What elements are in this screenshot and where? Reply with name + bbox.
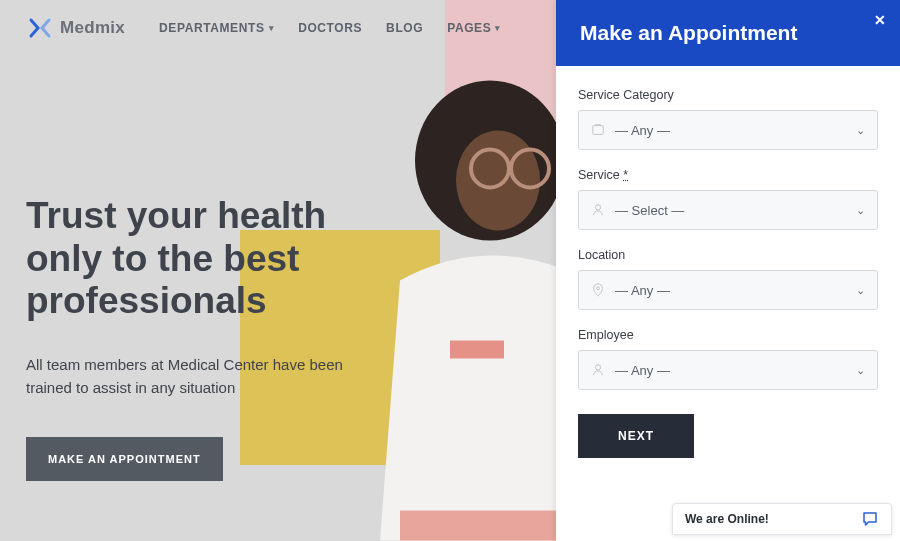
field-location: Location — Any — ⌄ [578,248,878,310]
chevron-down-icon: ⌄ [856,124,865,137]
next-button[interactable]: NEXT [578,414,694,458]
nav-label: DOCTORS [298,21,362,35]
person-icon [591,203,605,217]
employee-select[interactable]: — Any — ⌄ [578,350,878,390]
service-category-select[interactable]: — Any — ⌄ [578,110,878,150]
panel-title: Make an Appointment [580,21,797,45]
svg-point-1 [456,131,540,231]
field-label: Service * [578,168,878,182]
select-value: — Any — [615,363,670,378]
top-nav: Medmix DEPARTAMENTS ▾ DOCTORS BLOG PAGES… [0,0,560,56]
chevron-down-icon: ⌄ [856,364,865,377]
chevron-down-icon: ▾ [269,23,275,33]
field-label: Location [578,248,878,262]
svg-rect-5 [593,126,604,135]
chevron-down-icon: ⌄ [856,284,865,297]
select-value: — Any — [615,123,670,138]
select-value: — Any — [615,283,670,298]
chevron-down-icon: ⌄ [856,204,865,217]
make-appointment-button[interactable]: MAKE AN APPOINTMENT [26,437,223,481]
logo-icon [28,16,52,40]
hero-headline: Trust your health only to the best profe… [26,195,406,323]
location-select[interactable]: — Any — ⌄ [578,270,878,310]
brand-logo[interactable]: Medmix [28,16,125,40]
field-label: Service Category [578,88,878,102]
nav-item-blog[interactable]: BLOG [386,21,423,35]
location-pin-icon [591,283,605,297]
field-service-category: Service Category — Any — ⌄ [578,88,878,150]
category-icon [591,123,605,137]
nav-item-pages[interactable]: PAGES ▾ [447,21,501,35]
panel-header: Make an Appointment [556,0,900,66]
svg-rect-4 [450,341,504,359]
chevron-down-icon: ▾ [495,23,501,33]
panel-body: Service Category — Any — ⌄ Service * — S… [556,66,900,480]
hero-copy: Trust your health only to the best profe… [26,195,406,481]
nav-item-departments[interactable]: DEPARTAMENTS ▾ [159,21,274,35]
nav-label: BLOG [386,21,423,35]
svg-point-3 [511,150,549,188]
label-text: Service [578,168,620,182]
brand-name: Medmix [60,18,125,38]
svg-point-8 [595,365,600,370]
field-employee: Employee — Any — ⌄ [578,328,878,390]
required-mark: * [623,168,628,182]
svg-point-7 [597,287,600,290]
svg-point-2 [471,150,509,188]
chat-widget[interactable]: We are Online! [672,503,892,535]
service-select[interactable]: — Select — ⌄ [578,190,878,230]
nav-label: PAGES [447,21,491,35]
svg-point-6 [595,205,600,210]
nav-item-doctors[interactable]: DOCTORS [298,21,362,35]
chat-bubble-icon [861,510,879,528]
person-icon [591,363,605,377]
field-label: Employee [578,328,878,342]
select-value: — Select — [615,203,684,218]
hero-subhead: All team members at Medical Center have … [26,353,356,400]
nav-items: DEPARTAMENTS ▾ DOCTORS BLOG PAGES ▾ [159,21,501,35]
field-service: Service * — Select — ⌄ [578,168,878,230]
chat-status: We are Online! [685,512,769,526]
close-icon[interactable]: ✕ [874,12,886,28]
appointment-panel: Make an Appointment ✕ Service Category —… [556,0,900,541]
nav-label: DEPARTAMENTS [159,21,264,35]
